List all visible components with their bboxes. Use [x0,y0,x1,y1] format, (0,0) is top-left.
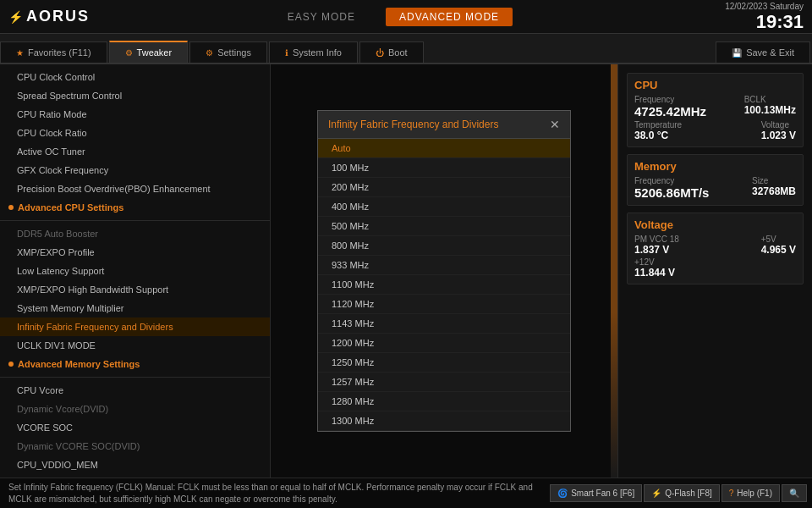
modal-option-1200mhz[interactable]: 1200 MHz [318,334,570,353]
section-dot [8,205,14,210]
sidebar-item-xmp-expo[interactable]: XMP/EXPO Profile [0,243,270,262]
favorites-icon: ★ [16,48,24,58]
divider-2 [0,377,270,378]
cpu-freq-value: 4725.42MHz [634,104,706,119]
mode-area: EASY MODE ADVANCED MODE [110,8,677,26]
sidebar-item-gfx-clock-freq[interactable]: GFX Clock Frequency [0,161,270,179]
right-panel: CPU Frequency 4725.42MHz BCLK 100.13MHz … [617,64,812,478]
tab-favorites[interactable]: ★ Favorites (F11) [0,41,107,63]
v12-value: 11.844 V [634,267,675,279]
sidebar-item-cpu-clock-ratio[interactable]: CPU Clock Ratio [0,124,270,142]
flash-icon: ⚡ [651,489,661,498]
mem-freq-label: Frequency [634,176,709,185]
help-button[interactable]: ? Help (F1) [721,484,780,502]
bottombar: Set Infinity Fabric frequency (FCLK) Man… [0,478,812,508]
cpu-bclk-value: 100.13MHz [744,104,796,116]
modal-header: Infinity Fabric Frequency and Dividers ✕ [318,111,570,139]
v5-label: +5V [761,235,796,244]
modal-title: Infinity Fabric Frequency and Dividers [328,119,498,130]
modal-option-1280mhz[interactable]: 1280 MHz [318,392,570,411]
modal-option-1250mhz[interactable]: 1250 MHz [318,353,570,373]
cpu-section-title: CPU [634,79,796,91]
tweaker-icon: ⚙ [125,48,133,58]
modal-option-1100mhz[interactable]: 1100 MHz [318,275,570,295]
cpu-voltage-value: 1.023 V [761,130,796,141]
easy-mode-button[interactable]: EASY MODE [274,8,369,26]
sidebar-item-infinity-fabric[interactable]: Infinity Fabric Frequency and Dividers [0,318,270,336]
mem-freq-value: 5206.86MT/s [634,185,709,200]
bottom-buttons: 🌀 Smart Fan 6 [F6] ⚡ Q-Flash [F8] ? Help… [550,484,812,502]
navtabs: ★ Favorites (F11) ⚙ Tweaker ⚙ Settings ℹ… [0,34,812,64]
help-icon: ? [729,489,734,498]
modal-option-500mhz[interactable]: 500 MHz [318,217,570,236]
search-button[interactable]: 🔍 [782,484,807,502]
aorus-logo-icon: ⚡ [8,10,23,24]
logo-area: ⚡ AORUS [0,8,110,25]
cpu-temp-value: 38.0 °C [634,130,682,141]
sidebar-item-pbo[interactable]: Precision Boost Overdrive(PBO) Enhanceme… [0,179,270,198]
search-icon: 🔍 [789,489,799,498]
tab-right-area: 💾 Save & Exit [716,41,812,63]
v12-label: +12V [634,257,675,267]
logo-text: AORUS [26,8,90,25]
tab-sysinfo[interactable]: ℹ System Info [269,41,358,63]
cpu-freq-row: Frequency 4725.42MHz BCLK 100.13MHz [634,95,796,119]
qflash-button[interactable]: ⚡ Q-Flash [F8] [644,484,720,502]
sidebar-item-cpu-ratio-mode[interactable]: CPU Ratio Mode [0,105,270,124]
sidebar-item-sys-mem-mult[interactable]: System Memory Multiplier [0,299,270,318]
voltage-row-2: +12V 11.844 V [634,257,796,279]
tab-saveexit[interactable]: 💾 Save & Exit [716,41,810,63]
cpu-bclk-label: BCLK [744,95,796,104]
fan-icon: 🌀 [557,489,568,498]
modal-option-auto[interactable]: Auto [318,139,570,158]
section-dot-2 [8,362,14,367]
cpu-temp-label: Temperature [634,120,682,130]
sidebar-item-dynamic-vcore-soc[interactable]: Dynamic VCORE SOC(DVID) [0,437,270,456]
sidebar-item-cpu-vcore[interactable]: CPU Vcore [0,381,270,400]
sidebar-item-ddr5-auto[interactable]: DDR5 Auto Booster [0,224,270,243]
smart-fan-button[interactable]: 🌀 Smart Fan 6 [F6] [550,484,642,502]
sidebar-item-uclk-div1[interactable]: UCLK DIV1 MODE [0,336,270,355]
topbar: ⚡ AORUS EASY MODE ADVANCED MODE 12/02/20… [0,0,812,34]
modal-option-1300mhz[interactable]: 1300 MHz [318,411,570,431]
sidebar-item-cpu-clock-control[interactable]: CPU Clock Control [0,68,270,86]
voltage-info-block: Voltage PM VCC 18 1.837 V +5V 4.965 V +1… [627,213,804,284]
datetime-area: 12/02/2023 Saturday 19:31 [677,1,812,33]
modal-dialog: Infinity Fabric Frequency and Dividers ✕… [317,110,571,432]
modal-option-1120mhz[interactable]: 1120 MHz [318,295,570,314]
cpu-temp-row: Temperature 38.0 °C Voltage 1.023 V [634,120,796,141]
cpu-info-block: CPU Frequency 4725.42MHz BCLK 100.13MHz … [627,73,804,147]
sidebar-item-xmp-high-bw[interactable]: XMP/EXPO High Bandwidth Support [0,280,270,299]
boot-icon: ⏻ [376,48,384,58]
sidebar-item-spread-spectrum[interactable]: Spread Spectrum Control [0,86,270,105]
divider [0,220,270,221]
advanced-mode-button[interactable]: ADVANCED MODE [386,8,513,26]
sidebar-item-active-oc-tuner[interactable]: Active OC Tuner [0,142,270,161]
sidebar-item-cpu-vddio[interactable]: CPU_VDDIO_MEM [0,456,270,474]
modal-option-100mhz[interactable]: 100 MHz [318,158,570,178]
save-icon: 💾 [732,48,742,58]
sidebar-section-advanced-cpu: Advanced CPU Settings [0,198,270,217]
tab-tweaker[interactable]: ⚙ Tweaker [109,41,189,63]
sidebar-item-dynamic-vcore[interactable]: Dynamic Vcore(DVID) [0,400,270,418]
mem-size-label: Size [752,176,796,185]
sysinfo-icon: ℹ [285,48,288,58]
center-area: Infinity Fabric Frequency and Dividers ✕… [271,64,617,478]
tab-boot[interactable]: ⏻ Boot [359,41,424,63]
tab-settings[interactable]: ⚙ Settings [189,41,267,63]
pmvcc18-label: PM VCC 18 [634,235,679,244]
sidebar-item-low-latency[interactable]: Low Latency Support [0,262,270,280]
modal-list[interactable]: Auto100 MHz200 MHz400 MHz500 MHz800 MHz9… [318,139,570,431]
modal-close-button[interactable]: ✕ [550,118,560,131]
modal-option-200mhz[interactable]: 200 MHz [318,178,570,197]
voltage-section-title: Voltage [634,218,796,231]
modal-option-400mhz[interactable]: 400 MHz [318,197,570,217]
cpu-freq-label: Frequency [634,95,706,104]
mem-size-value: 32768MB [752,185,796,197]
modal-option-1257mhz[interactable]: 1257 MHz [318,373,570,392]
modal-option-1143mhz[interactable]: 1143 MHz [318,314,570,334]
sidebar-item-vcore-soc[interactable]: VCORE SOC [0,418,270,437]
modal-option-933mhz[interactable]: 933 MHz [318,256,570,275]
modal-option-800mhz[interactable]: 800 MHz [318,236,570,256]
sidebar: CPU Clock Control Spread Spectrum Contro… [0,64,271,478]
